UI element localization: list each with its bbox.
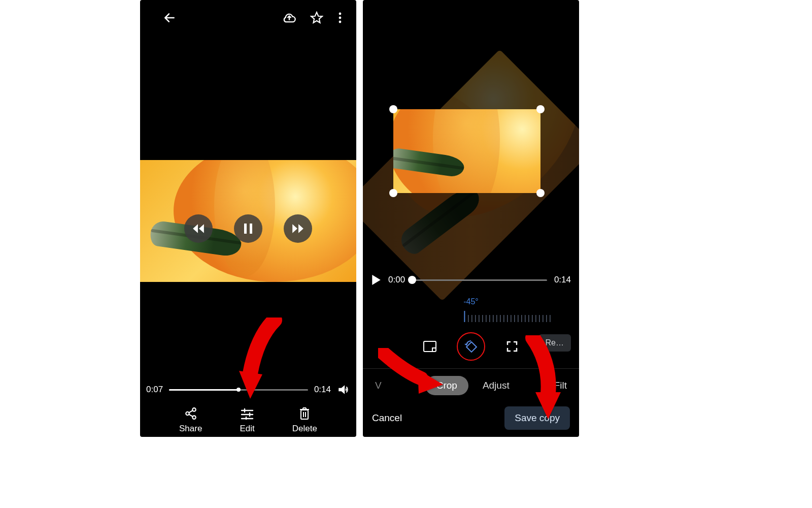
editor-screen: 0:00 0:14 -45° Re… V Crop Adjust Filt xyxy=(363,0,579,437)
crop-handle-br[interactable] xyxy=(536,189,545,197)
svg-point-13 xyxy=(192,408,196,411)
svg-point-3 xyxy=(339,13,342,15)
elapsed-time: 0:00 xyxy=(388,275,405,285)
annotation-arrow-crop xyxy=(378,348,444,396)
pause-button[interactable] xyxy=(234,214,262,243)
trash-icon xyxy=(297,406,312,421)
crop-handle-bl[interactable] xyxy=(389,189,397,197)
svg-marker-35 xyxy=(418,369,443,394)
rotation-angle-slider[interactable] xyxy=(464,311,550,322)
edit-label: Edit xyxy=(240,424,254,434)
svg-marker-12 xyxy=(339,385,345,394)
edit-progress-row: 0:00 0:14 xyxy=(363,274,579,285)
svg-marker-6 xyxy=(193,224,198,233)
delete-button[interactable]: Delete xyxy=(292,406,317,434)
svg-marker-2 xyxy=(311,12,322,23)
cancel-button[interactable]: Cancel xyxy=(372,412,402,424)
svg-rect-24 xyxy=(301,410,308,419)
playback-controls xyxy=(140,214,356,243)
rotate-icon[interactable] xyxy=(457,332,485,361)
overflow-menu-icon[interactable] xyxy=(333,11,347,25)
share-label: Share xyxy=(179,424,202,434)
edit-sliders-icon xyxy=(240,406,254,421)
rotation-angle-label: -45° xyxy=(363,297,579,306)
total-time: 0:14 xyxy=(554,275,571,285)
expand-icon[interactable] xyxy=(503,338,521,355)
crop-frame[interactable] xyxy=(393,109,540,193)
svg-marker-11 xyxy=(298,224,303,233)
cloud-upload-icon[interactable] xyxy=(282,11,296,25)
svg-rect-8 xyxy=(244,224,247,234)
favorite-star-icon[interactable] xyxy=(310,11,324,25)
rewind-button[interactable] xyxy=(184,214,213,243)
tab-adjust[interactable]: Adjust xyxy=(483,380,510,391)
crop-handle-tl[interactable] xyxy=(389,105,397,113)
video-frame[interactable] xyxy=(140,160,356,282)
svg-point-15 xyxy=(192,416,196,419)
share-button[interactable]: Share xyxy=(179,406,202,434)
play-icon[interactable] xyxy=(371,274,381,285)
svg-marker-7 xyxy=(199,224,204,233)
annotation-arrow-save xyxy=(520,335,566,422)
svg-point-4 xyxy=(339,17,342,19)
seek-slider[interactable] xyxy=(169,389,308,391)
svg-line-17 xyxy=(189,415,192,417)
annotation-arrow-edit xyxy=(239,318,285,404)
volume-icon[interactable] xyxy=(337,383,350,396)
svg-marker-31 xyxy=(239,371,262,399)
elapsed-time: 0:07 xyxy=(146,385,163,395)
svg-marker-10 xyxy=(292,224,297,233)
back-icon[interactable] xyxy=(162,11,177,25)
total-time: 0:14 xyxy=(314,385,331,395)
viewer-screen: 0:07 0:14 Share Edit Delete xyxy=(140,0,356,437)
delete-label: Delete xyxy=(292,424,317,434)
fast-forward-button[interactable] xyxy=(284,214,312,243)
svg-rect-34 xyxy=(466,342,477,352)
svg-marker-36 xyxy=(535,392,561,419)
svg-point-14 xyxy=(186,412,189,416)
svg-rect-9 xyxy=(250,224,252,234)
svg-line-16 xyxy=(189,410,192,412)
top-bar xyxy=(140,0,356,36)
seek-slider[interactable] xyxy=(412,279,547,281)
crop-handle-tr[interactable] xyxy=(536,105,545,113)
bottom-actions: Share Edit Delete xyxy=(140,406,356,434)
svg-marker-32 xyxy=(372,275,381,285)
svg-point-5 xyxy=(339,21,342,23)
share-icon xyxy=(184,406,198,421)
edit-button[interactable]: Edit xyxy=(240,406,254,434)
